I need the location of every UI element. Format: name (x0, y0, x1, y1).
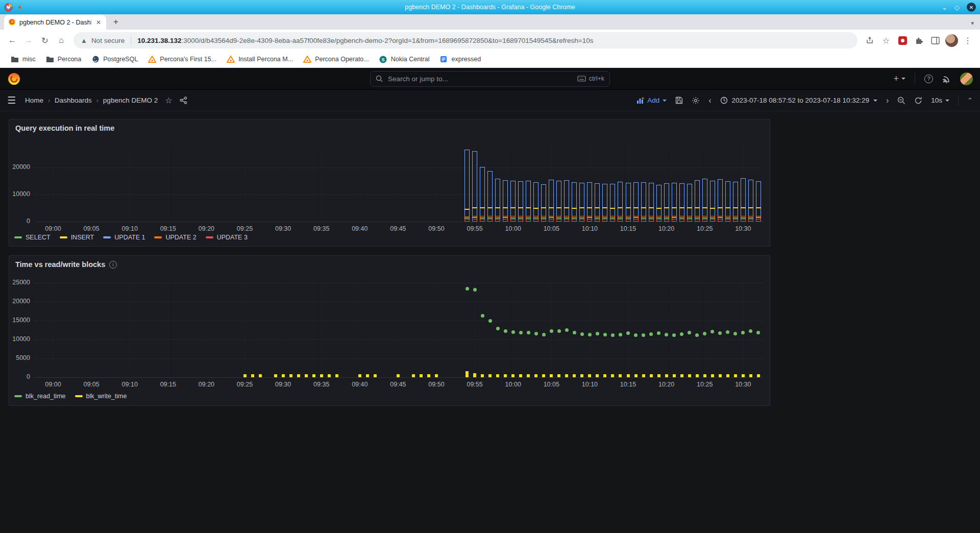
bar-tick-select (564, 217, 569, 219)
share-dashboard-icon[interactable] (180, 96, 187, 104)
bar-update-3 (610, 219, 615, 222)
add-panel-button[interactable]: + Add (636, 96, 667, 104)
share-icon[interactable] (863, 33, 877, 47)
not-secure-warning-icon[interactable]: ▲ (81, 37, 87, 44)
reload-button[interactable]: ↻ (38, 33, 52, 47)
x-gridline (91, 280, 92, 377)
panel-info-icon[interactable]: i (109, 261, 117, 269)
legend-item-update-3[interactable]: UPDATE 3 (206, 234, 248, 241)
x-axis-label: 09:55 (461, 381, 488, 388)
bar-chart-plot[interactable]: 0100002000009:0009:0509:1009:1509:2009:2… (34, 145, 764, 222)
point-blk_write_time (634, 374, 638, 377)
new-tab-button[interactable]: + (109, 15, 122, 29)
legend-item-blk_write_time[interactable]: blk_write_time (75, 393, 127, 400)
panel-query-execution[interactable]: Query execution in real time 01000020000… (9, 119, 770, 247)
forward-button[interactable]: → (21, 33, 36, 47)
close-button[interactable]: ✕ (967, 3, 976, 12)
point-blk_write_time (665, 374, 668, 377)
bookmark-postgresql[interactable]: PostgreSQL (87, 53, 142, 65)
percona-icon (303, 55, 311, 63)
home-button[interactable]: ⌂ (54, 33, 68, 47)
x-gridline (206, 145, 207, 222)
browser-menu-icon[interactable]: ⋮ (961, 33, 975, 47)
news-icon[interactable] (942, 75, 951, 83)
topbar-divider (915, 73, 915, 84)
legend-item-blk_read_time[interactable]: blk_read_time (14, 393, 66, 400)
favorite-star-icon[interactable]: ☆ (165, 95, 172, 105)
y-gridline (34, 321, 764, 321)
point-blk_read_time (542, 333, 546, 336)
menu-toggle-icon[interactable]: ☰ (7, 94, 16, 106)
save-dashboard-icon[interactable] (675, 96, 683, 104)
extension-badge-icon[interactable] (895, 33, 910, 47)
legend-item-select[interactable]: SELECT (14, 234, 51, 241)
legend-item-update-2[interactable]: UPDATE 2 (154, 234, 196, 241)
time-forward-icon[interactable]: › (886, 96, 889, 105)
help-icon[interactable]: ? (924, 75, 933, 83)
refresh-icon[interactable] (914, 96, 922, 105)
breadcrumb-dashboards[interactable]: Dashboards (55, 96, 92, 104)
refresh-interval-picker[interactable]: 10s (931, 96, 949, 104)
y-axis-label: 20000 (5, 163, 30, 171)
extensions-puzzle-icon[interactable] (912, 33, 926, 47)
time-range-picker[interactable]: 2023-07-18 08:57:52 to 2023-07-18 10:32:… (720, 96, 877, 104)
search-box[interactable]: ctrl+k (370, 71, 610, 87)
tab-search-chevron-icon[interactable]: ▾ (971, 20, 974, 27)
bookmark-percona-s-first-15-[interactable]: Percona's First 15... (143, 53, 221, 65)
side-panel-icon[interactable] (928, 33, 942, 47)
bar-tick-insert (518, 207, 523, 208)
point-blk_write_time (619, 374, 622, 377)
bar-update-3 (733, 219, 738, 222)
security-label[interactable]: Not secure (91, 37, 125, 44)
user-avatar[interactable] (960, 72, 973, 85)
bookmark-star-icon[interactable]: ☆ (879, 33, 893, 47)
time-back-icon[interactable]: ‹ (708, 96, 711, 105)
bar-update-3 (510, 219, 516, 222)
point-blk_write_time (627, 374, 630, 377)
bar-tick-select (472, 217, 477, 218)
x-gridline (360, 280, 360, 377)
browser-tab[interactable]: pgbench DEMO 2 - Dashboar ✕ (4, 15, 106, 30)
bookmark-percona-operato-[interactable]: Percona Operato... (299, 53, 374, 65)
new-dashboard-button[interactable]: + (893, 74, 905, 84)
bar-update-3 (633, 219, 639, 222)
back-button[interactable]: ← (5, 33, 19, 47)
bar-update-3 (518, 219, 523, 222)
bar-tick-insert (480, 207, 485, 208)
panel-title[interactable]: Time vs read/write blocks i (15, 260, 117, 269)
point-blk_write_time (251, 374, 254, 377)
bar-update-3 (526, 219, 531, 222)
point-blk_write_time (688, 374, 691, 377)
point-blk_read_time (695, 333, 699, 337)
legend-item-update-1[interactable]: UPDATE 1 (103, 234, 145, 241)
panel-title[interactable]: Query execution in real time (15, 124, 114, 132)
tab-close-icon[interactable]: ✕ (95, 19, 102, 26)
panel-time-vs-blocks[interactable]: Time vs read/write blocks i 050001000015… (9, 255, 770, 406)
point-blk_read_time (733, 332, 737, 335)
profile-avatar[interactable] (944, 33, 959, 47)
grafana-logo[interactable] (7, 72, 21, 86)
zoom-out-icon[interactable] (897, 96, 905, 105)
bookmark-nokia-central[interactable]: SNokia Central (375, 53, 434, 65)
address-bar[interactable]: ▲ Not secure 10.231.38.132:3000/d/b43564… (74, 32, 857, 49)
bar-tick-select (487, 217, 493, 219)
legend-item-insert[interactable]: INSERT (60, 234, 94, 241)
minimize-button[interactable]: ⌄ (942, 4, 947, 11)
dashboard-settings-icon[interactable] (692, 96, 700, 105)
bar-tick-insert (510, 207, 516, 208)
scatter-chart-plot[interactable]: 050001000015000200002500009:0009:0509:10… (34, 280, 764, 377)
maximize-button[interactable]: ◇ (954, 4, 960, 11)
bookmark-misc[interactable]: misc (6, 53, 40, 65)
bar-tick-insert (733, 207, 738, 208)
bookmark-percona[interactable]: Percona (41, 53, 86, 65)
breadcrumb-home[interactable]: Home (25, 96, 43, 104)
search-input[interactable] (387, 75, 573, 83)
bookmark-expressed[interactable]: expressed (435, 53, 485, 65)
bookmark-install-percona-m-[interactable]: Install Percona M... (222, 53, 298, 65)
y-gridline (34, 377, 764, 378)
kiosk-mode-icon[interactable]: ⌃ (967, 96, 973, 104)
url-text[interactable]: 10.231.38.132:3000/d/b43564d9-2e8e-4309-… (137, 37, 593, 44)
breadcrumb-current: pgbench DEMO 2 (103, 96, 158, 104)
bar-tick-insert (687, 207, 692, 208)
point-blk_write_time (673, 374, 676, 377)
